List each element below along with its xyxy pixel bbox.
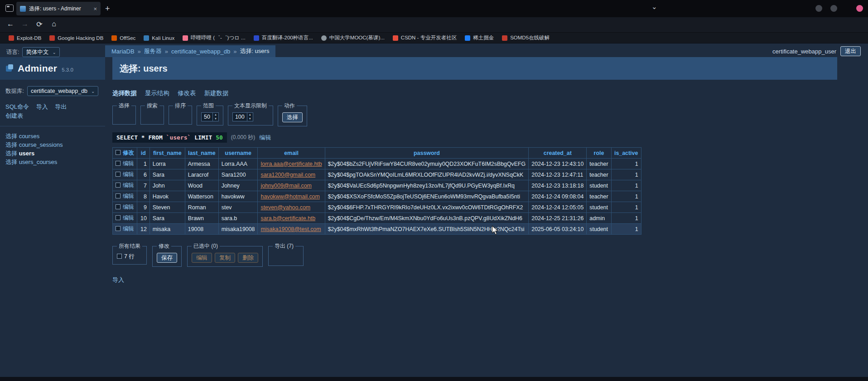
spin-up-icon[interactable]: ▲ bbox=[213, 113, 218, 117]
limit-input[interactable]: 50 ▲ ▼ bbox=[201, 112, 219, 121]
column-header-last-name[interactable]: last_name bbox=[185, 148, 218, 159]
email-link[interactable]: sara.b@certificate.htb bbox=[260, 215, 315, 222]
clone-button[interactable]: 复制 bbox=[215, 253, 235, 263]
row-checkbox[interactable] bbox=[116, 204, 121, 209]
table-link-users[interactable]: users bbox=[19, 150, 35, 157]
email-link[interactable]: misaka19008@test.com bbox=[260, 226, 321, 232]
row-edit-link[interactable]: 编辑 bbox=[123, 160, 134, 167]
row-checkbox[interactable] bbox=[116, 193, 121, 198]
edit-selected-button[interactable]: 编辑 bbox=[192, 253, 212, 263]
spinner-arrows[interactable]: ▲ ▼ bbox=[212, 113, 218, 121]
spin-down-icon[interactable]: ▼ bbox=[213, 117, 218, 121]
bookmark-item[interactable]: Google Hacking DB bbox=[45, 34, 107, 43]
tab-list-chevron-icon[interactable]: ⌄ bbox=[651, 3, 657, 11]
bookmark-item[interactable]: 中国大学MOOC(慕课)... bbox=[317, 34, 389, 43]
window-close-button[interactable] bbox=[856, 5, 863, 12]
row-edit-link[interactable]: 编辑 bbox=[123, 171, 134, 178]
bookmark-item[interactable]: Kali Linux bbox=[140, 34, 178, 43]
new-tab-button[interactable]: + bbox=[105, 3, 110, 14]
browser-tab[interactable]: 选择: users - Adminer × bbox=[16, 2, 101, 15]
sidebar-link-sql-command[interactable]: SQL命令 bbox=[5, 103, 29, 110]
fieldset-search-legend[interactable]: 搜索 bbox=[145, 102, 159, 110]
row-checkbox[interactable] bbox=[116, 215, 121, 220]
row-edit-link[interactable]: 编辑 bbox=[123, 226, 134, 232]
tab-show-structure[interactable]: 显示结构 bbox=[145, 89, 169, 97]
tab-alter-table[interactable]: 修改表 bbox=[178, 89, 196, 97]
firefox-view-icon[interactable] bbox=[5, 5, 14, 12]
home-button[interactable]: ⌂ bbox=[49, 20, 59, 28]
save-button[interactable]: 保存 bbox=[157, 253, 177, 263]
row-edit-link[interactable]: 编辑 bbox=[123, 193, 134, 199]
spin-down-icon[interactable]: ▼ bbox=[247, 117, 253, 121]
select-link[interactable]: 选择 bbox=[5, 141, 17, 148]
delete-button[interactable]: 删除 bbox=[238, 253, 258, 263]
fieldset-sort[interactable]: 排序 bbox=[169, 102, 192, 125]
language-select[interactable]: 简体中文 ⌄ bbox=[22, 47, 59, 57]
fieldset-sort-legend[interactable]: 排序 bbox=[173, 102, 188, 110]
export-legend[interactable]: 导出 (7) bbox=[273, 242, 295, 250]
sidebar-link-import[interactable]: 导入 bbox=[36, 103, 48, 110]
bookmark-item[interactable]: 百度翻译-200种语言... bbox=[250, 34, 317, 43]
email-link[interactable]: steven@yahoo.com bbox=[260, 204, 310, 211]
text-length-value[interactable]: 100 bbox=[233, 113, 247, 121]
email-link[interactable]: havokww@hotmail.com bbox=[260, 193, 319, 200]
email-link[interactable]: johny009@mail.com bbox=[260, 183, 311, 189]
select-button[interactable]: 选择 bbox=[282, 112, 303, 122]
edit-query-link[interactable]: 编辑 bbox=[259, 134, 271, 142]
spin-up-icon[interactable]: ▲ bbox=[247, 113, 253, 117]
fieldset-select-legend[interactable]: 选择 bbox=[117, 102, 131, 110]
table-link-courses[interactable]: courses bbox=[19, 133, 40, 140]
logout-button[interactable]: 退出 bbox=[840, 46, 861, 56]
import-link[interactable]: 导入 bbox=[112, 276, 124, 284]
adminer-logo[interactable]: Adminer 5.3.0 bbox=[0, 57, 105, 80]
email-link[interactable]: sara1200@gmail.com bbox=[260, 172, 315, 178]
table-link-course-sessions[interactable]: course_sessions bbox=[19, 141, 63, 148]
row-edit-link[interactable]: 编辑 bbox=[123, 215, 134, 221]
bookmark-item[interactable]: 哔哩哔哩 (゜-゜)つロ ... bbox=[178, 34, 250, 43]
bookmark-item[interactable]: CSDN - 专业开发者社区 bbox=[389, 34, 461, 43]
fieldset-select[interactable]: 选择 bbox=[112, 102, 136, 125]
select-all-checkbox[interactable] bbox=[116, 150, 121, 155]
sidebar-link-create-table[interactable]: 创建表 bbox=[5, 112, 23, 119]
tab-close-icon[interactable]: × bbox=[93, 5, 97, 12]
column-header-created-at[interactable]: created_at bbox=[529, 148, 587, 159]
row-edit-link[interactable]: 编辑 bbox=[123, 204, 134, 210]
back-button[interactable]: ← bbox=[5, 20, 15, 28]
select-link[interactable]: 选择 bbox=[5, 133, 17, 140]
bookmark-item[interactable]: OffSec bbox=[107, 34, 140, 43]
limit-value[interactable]: 50 bbox=[202, 113, 212, 121]
all-results-checkbox[interactable] bbox=[117, 254, 122, 259]
row-checkbox[interactable] bbox=[116, 172, 121, 177]
column-header-is-active[interactable]: is_active bbox=[611, 148, 641, 159]
column-header-password[interactable]: password bbox=[325, 148, 529, 159]
column-header-email[interactable]: email bbox=[258, 148, 325, 159]
database-select[interactable]: certificate_webapp_db ⌄ bbox=[27, 86, 98, 96]
column-header-id[interactable]: id bbox=[137, 148, 149, 159]
column-header-modify[interactable]: 修改 bbox=[123, 150, 134, 156]
breadcrumb-link-mariadb[interactable]: MariaDB bbox=[111, 48, 135, 55]
tab-new-item[interactable]: 新建数据 bbox=[204, 89, 229, 97]
fieldset-search[interactable]: 搜索 bbox=[140, 102, 164, 125]
row-checkbox[interactable] bbox=[116, 161, 121, 166]
column-header-first-name[interactable]: first_name bbox=[149, 148, 185, 159]
text-length-input[interactable]: 100 ▲ ▼ bbox=[232, 112, 253, 121]
column-header-username[interactable]: username bbox=[218, 148, 258, 159]
breadcrumb-link-server[interactable]: 服务器 bbox=[144, 47, 162, 55]
forward-button[interactable]: → bbox=[20, 20, 30, 28]
fieldset-export[interactable]: 导出 (7) bbox=[268, 242, 304, 266]
sidebar-link-export[interactable]: 导出 bbox=[55, 103, 67, 110]
bookmark-item[interactable]: 稀土掘金 bbox=[461, 34, 498, 43]
email-link[interactable]: lorra.aaa@certificate.htb bbox=[260, 161, 322, 167]
bookmark-item[interactable]: SOMD5在线破解 bbox=[498, 34, 554, 43]
tab-select-data[interactable]: 选择数据 bbox=[112, 89, 137, 97]
column-header-role[interactable]: role bbox=[587, 148, 611, 159]
bookmark-item[interactable]: Exploit-DB bbox=[5, 34, 45, 43]
table-link-users-courses[interactable]: users_courses bbox=[19, 159, 58, 165]
row-checkbox[interactable] bbox=[116, 226, 121, 231]
window-maximize-button[interactable] bbox=[830, 5, 837, 12]
reload-button[interactable]: ⟳ bbox=[34, 20, 44, 29]
select-link[interactable]: 选择 bbox=[5, 159, 17, 165]
row-checkbox[interactable] bbox=[116, 183, 121, 188]
row-edit-link[interactable]: 编辑 bbox=[123, 182, 134, 188]
breadcrumb-link-database[interactable]: certificate_webapp_db bbox=[171, 48, 230, 55]
